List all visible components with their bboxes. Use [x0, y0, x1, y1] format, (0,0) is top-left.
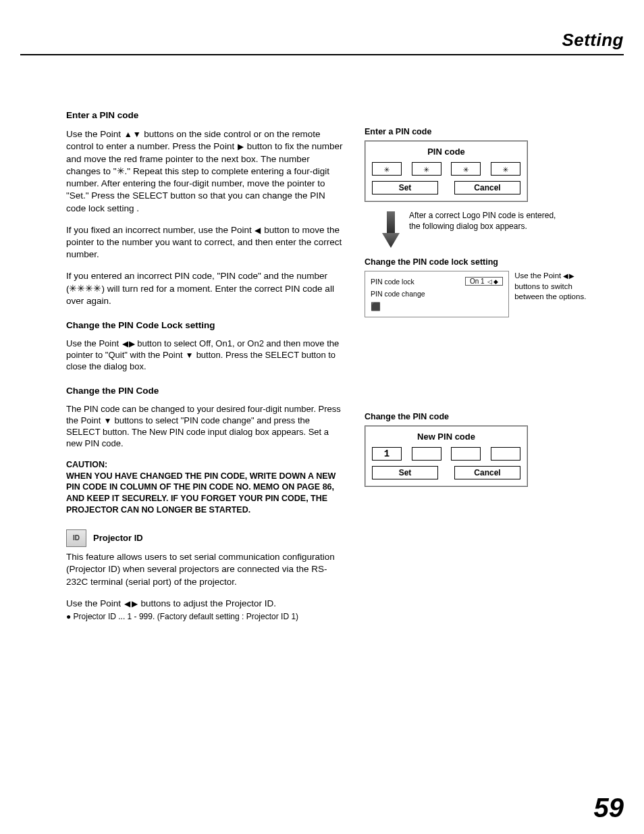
caution-block: CAUTION: WHEN YOU HAVE CHANGED THE PIN C… [66, 459, 343, 516]
text: buttons to adjust the Projector ID. [138, 598, 276, 608]
triangle-left-icon: ◀ [254, 225, 261, 236]
triangle-right-icon: ▶ [237, 141, 244, 152]
triangle-right-icon: ▶ [570, 271, 575, 281]
lock-dialog: PIN code lock On 1 ◁ ◆ PIN code change ⬛ [365, 271, 509, 317]
pin-digit-box[interactable] [491, 447, 520, 461]
triangle-down-icon: ▼ [186, 350, 194, 361]
page-number: 59 [594, 793, 624, 823]
section-title-lock: Change the PIN code lock setting [365, 257, 591, 267]
pin-digit-row: ✳ ✳ ✳ ✳ [372, 162, 520, 176]
para-enter-pin-1: Use the Point ▲▼ buttons on the side con… [66, 128, 343, 215]
triangle-left-icon: ◀ [564, 271, 569, 281]
projector-id-row: ID Projector ID [66, 529, 343, 547]
set-button[interactable]: Set [372, 181, 438, 194]
text: Use the Point [66, 598, 124, 608]
pin-digit-box[interactable]: ✳ [412, 162, 441, 176]
set-button[interactable]: Set [372, 466, 438, 479]
text: buttons to switch between the options. [514, 282, 586, 301]
lock-note: Use the Point ◀▶ buttons to switch betwe… [514, 271, 591, 303]
arrow-note: After a correct Logo PIN code is entered… [382, 210, 591, 248]
caution-label: CAUTION: [66, 460, 107, 469]
projector-id-title: Projector ID [93, 532, 143, 544]
text: button to fix the number and move the re… [66, 141, 342, 213]
text: Use the Point [66, 338, 122, 348]
section-title-enter-pin: Enter a PIN code [365, 127, 591, 136]
projector-id-icon: ID [66, 529, 86, 547]
lock-value-text: On 1 [470, 278, 485, 285]
dialog-title: New PIN code [372, 432, 520, 442]
pin-digit-box[interactable] [412, 447, 441, 461]
para-change-lock: Use the Point ◀▶ button to select Off, O… [66, 338, 343, 373]
dialog-button-row: Set Cancel [372, 181, 520, 194]
dialog-button-row: Set Cancel [372, 466, 520, 479]
option-indicator-icon: ◁ ◆ [487, 278, 499, 285]
pin-digit-box[interactable] [451, 447, 481, 461]
header-rule [20, 54, 624, 55]
pin-digit-box[interactable]: ✳ [372, 162, 402, 176]
triangle-right-icon: ▶ [128, 339, 134, 349]
triangle-down-icon: ▼ [104, 416, 112, 426]
lock-label: PIN code lock [371, 278, 414, 286]
lock-row-2[interactable]: PIN code change [371, 290, 503, 298]
triangle-left-icon: ◀ [122, 339, 128, 349]
cancel-button[interactable]: Cancel [454, 466, 520, 479]
text: Use the Point [66, 129, 124, 139]
new-pin-code-dialog: New PIN code 1 Set Cancel [365, 425, 528, 487]
pin-digit-box[interactable]: ✳ [451, 162, 481, 176]
page-title: Setting [562, 30, 624, 51]
lock-row-1: PIN code lock On 1 ◁ ◆ [371, 277, 503, 286]
triangle-up-icon: ▲ [124, 129, 132, 140]
arrow-down-icon [382, 211, 400, 248]
triangle-right-icon: ▶ [131, 598, 138, 609]
heading-change-lock: Change the PIN Code Lock setting [66, 319, 343, 332]
pin-digit-box[interactable]: ✳ [491, 162, 520, 176]
caution-text: WHEN YOU HAVE CHANGED THE PIN CODE, WRIT… [66, 471, 336, 515]
heading-change-pin: Change the PIN Code [66, 385, 343, 397]
pin-digit-box[interactable]: 1 [372, 447, 402, 461]
para-change-pin: The PIN code can be changed to your desi… [66, 404, 343, 450]
para-projector-id-2: Use the Point ◀▶ buttons to adjust the P… [66, 598, 343, 610]
para-projector-id-1: This feature allows users to set serial … [66, 551, 343, 588]
lock-value[interactable]: On 1 ◁ ◆ [465, 277, 503, 286]
svg-marker-1 [382, 233, 400, 248]
text: Use the Point [514, 271, 563, 280]
pin-code-dialog: PIN code ✳ ✳ ✳ ✳ Set Cancel [365, 140, 528, 202]
pin-digit-row: 1 [372, 447, 520, 461]
arrow-note-text: After a correct Logo PIN code is entered… [409, 210, 561, 232]
triangle-down-icon: ▼ [133, 129, 141, 140]
cancel-button[interactable]: Cancel [454, 181, 520, 194]
para-enter-pin-2: If you fixed an incorrect number, use th… [66, 224, 343, 261]
icon-text: ID [73, 533, 80, 543]
heading-enter-pin: Enter a PIN code [66, 109, 343, 122]
svg-rect-0 [387, 211, 395, 233]
left-column: Enter a PIN code Use the Point ▲▼ button… [66, 109, 343, 631]
lock-change-label: PIN code change [371, 290, 425, 298]
triangle-left-icon: ◀ [124, 598, 130, 609]
para-projector-id-3: ● Projector ID ... 1 - 999. (Factory def… [66, 611, 343, 622]
dialog-title: PIN code [372, 147, 520, 157]
section-title-change-pin: Change the PIN code [365, 412, 591, 421]
text: If you fixed an incorrect number, use th… [66, 225, 254, 235]
lock-setting-block: PIN code lock On 1 ◁ ◆ PIN code change ⬛… [365, 271, 591, 317]
para-enter-pin-3: If you entered an incorrect PIN code, "P… [66, 270, 343, 307]
right-column: Enter a PIN code PIN code ✳ ✳ ✳ ✳ Set Ca… [365, 127, 591, 487]
quit-icon[interactable]: ⬛ [371, 302, 503, 311]
